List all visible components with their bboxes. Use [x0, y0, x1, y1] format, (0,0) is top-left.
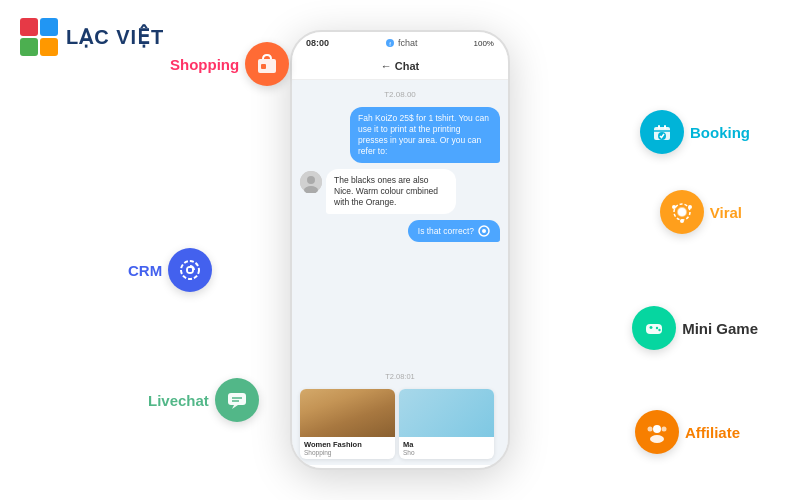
svg-rect-17	[261, 64, 266, 69]
crm-label: CRM	[128, 262, 162, 279]
logo-text: LẠC VIỆT	[66, 25, 164, 49]
product-info-2: Ma Sho	[399, 437, 494, 459]
svg-rect-0	[20, 18, 38, 36]
chat-message-row-2: The blacks ones are also Nice. Warm colo…	[300, 169, 500, 214]
product-row: Women Fashion Shopping Ma Sho	[292, 383, 508, 465]
viral-label: Viral	[710, 204, 742, 221]
product-img-2	[399, 389, 494, 437]
feature-affiliate[interactable]: Affiliate	[635, 410, 740, 454]
svg-point-26	[688, 205, 692, 209]
feature-minigame[interactable]: Mini Game	[632, 306, 758, 350]
product-info-1: Women Fashion Shopping	[300, 437, 395, 459]
minigame-label: Mini Game	[682, 320, 758, 337]
svg-point-27	[680, 219, 684, 223]
svg-point-10	[482, 229, 486, 233]
svg-rect-19	[658, 125, 660, 129]
chat-avatar	[300, 171, 322, 193]
feature-shopping[interactable]: Shopping	[170, 42, 289, 86]
feature-booking[interactable]: Booking	[640, 110, 750, 154]
svg-rect-16	[258, 59, 276, 73]
product-img-1	[300, 389, 395, 437]
chat-area[interactable]: T2.08.00 Fah KoiZo 25$ for 1 tshirt. You…	[292, 80, 508, 370]
svg-point-7	[307, 176, 315, 184]
chat-date-1: T2.08.00	[300, 90, 500, 99]
chat-message-3: Is that correct?	[408, 220, 500, 242]
links-row: Dress skirt Shoes Jewelry	[292, 465, 508, 470]
logo: LẠC VIỆT	[20, 18, 164, 56]
phone-body: 08:00 f fchat 100% ← Chat T2.08.00 Fah K…	[290, 30, 510, 470]
shopping-label: Shopping	[170, 56, 239, 73]
product-title-1: Women Fashion	[304, 440, 391, 449]
phone-mockup: 08:00 f fchat 100% ← Chat T2.08.00 Fah K…	[290, 30, 510, 470]
feature-crm[interactable]: CRM	[128, 248, 212, 292]
svg-rect-37	[228, 393, 246, 405]
svg-point-35	[656, 327, 658, 329]
logo-icon	[20, 18, 58, 56]
chat-message-2: The blacks ones are also Nice. Warm colo…	[326, 169, 456, 214]
product-title-2: Ma	[403, 440, 490, 449]
product-sub-2: Sho	[403, 449, 490, 456]
svg-point-41	[650, 435, 664, 443]
svg-point-36	[658, 329, 660, 331]
svg-rect-20	[664, 125, 666, 129]
svg-rect-1	[40, 18, 58, 36]
livechat-label: Livechat	[148, 392, 209, 409]
svg-rect-2	[20, 38, 38, 56]
status-time: 08:00	[306, 38, 329, 48]
chat-date-2: T2.08:01	[292, 370, 508, 383]
viral-icon	[660, 190, 704, 234]
crm-icon	[168, 248, 212, 292]
chat-header: ← Chat	[292, 52, 508, 80]
feature-viral[interactable]: Viral	[660, 190, 742, 234]
booking-icon	[640, 110, 684, 154]
status-app: f fchat	[385, 38, 418, 48]
svg-point-40	[653, 425, 661, 433]
product-card-2[interactable]: Ma Sho	[399, 389, 494, 459]
chat-title: ← Chat	[381, 60, 420, 72]
product-card-1[interactable]: Women Fashion Shopping	[300, 389, 395, 459]
feature-livechat[interactable]: Livechat	[148, 378, 259, 422]
svg-point-42	[661, 427, 666, 432]
status-battery: 100%	[474, 39, 494, 48]
shopping-icon	[245, 42, 289, 86]
product-sub-1: Shopping	[304, 449, 391, 456]
affiliate-label: Affiliate	[685, 424, 740, 441]
livechat-icon	[215, 378, 259, 422]
svg-point-25	[672, 205, 676, 209]
svg-rect-30	[188, 268, 192, 272]
svg-point-43	[647, 427, 652, 432]
minigame-icon	[632, 306, 676, 350]
booking-label: Booking	[690, 124, 750, 141]
phone-statusbar: 08:00 f fchat 100%	[292, 32, 508, 52]
svg-rect-3	[40, 38, 58, 56]
affiliate-icon	[635, 410, 679, 454]
chat-message-1: Fah KoiZo 25$ for 1 tshirt. You can use …	[350, 107, 500, 163]
